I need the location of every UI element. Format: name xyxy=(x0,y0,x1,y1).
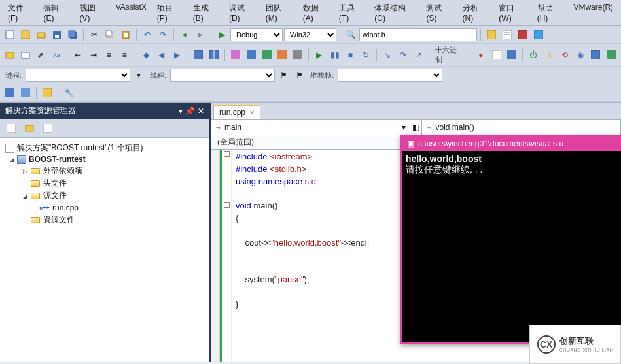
expand-icon[interactable]: ▷ xyxy=(21,167,29,175)
team-explorer-button[interactable] xyxy=(531,27,546,42)
nav-back-button[interactable]: ◄ xyxy=(177,27,192,42)
vmware-fullscreen-button[interactable] xyxy=(588,48,603,62)
refresh-icon[interactable] xyxy=(41,121,55,135)
immediate-button[interactable] xyxy=(505,48,520,62)
new-project-button[interactable] xyxy=(3,27,17,42)
quick-find-input[interactable] xyxy=(359,28,477,41)
resources-node[interactable]: 资源文件 xyxy=(3,214,207,226)
redo-button[interactable]: ↷ xyxy=(156,27,170,42)
vmware-reset-button[interactable]: ⟲ xyxy=(558,48,572,62)
save-all-button[interactable] xyxy=(65,27,80,42)
start-debug-button[interactable]: ▶ xyxy=(215,27,229,42)
menu-data[interactable]: 数据(A) xyxy=(298,1,334,24)
menu-window[interactable]: 窗口(W) xyxy=(493,1,531,24)
object-browser-button[interactable] xyxy=(244,48,258,62)
class-view-button[interactable] xyxy=(228,48,243,62)
build-button[interactable] xyxy=(3,86,17,100)
external-node[interactable]: ▷ 外部依赖项 xyxy=(3,165,207,177)
file-tab-run-cpp[interactable]: run.cpp ✕ xyxy=(213,105,260,119)
paste-button[interactable] xyxy=(118,27,133,42)
headers-node[interactable]: 头文件 xyxy=(3,177,207,190)
server-explorer-button[interactable] xyxy=(291,48,305,62)
step-into-button[interactable]: ↘ xyxy=(380,48,395,62)
show-all-files-icon[interactable] xyxy=(22,121,37,135)
project-node[interactable]: ◢ BOOST-runtest xyxy=(3,154,207,165)
vmware-suspend-button[interactable]: ⏸ xyxy=(542,48,556,62)
thread-flag-button[interactable]: ⚑ xyxy=(276,68,291,82)
increase-indent-button[interactable]: ⇥ xyxy=(86,48,101,62)
menu-vassistx[interactable]: VAssistX xyxy=(111,1,152,24)
open-file-button[interactable] xyxy=(34,27,48,42)
output-button[interactable] xyxy=(489,48,504,62)
properties-button[interactable] xyxy=(500,27,514,42)
vmware-unity-button[interactable] xyxy=(604,48,618,62)
properties-icon[interactable] xyxy=(4,121,18,135)
console-title-bar[interactable]: ▣ c:\users\yincheng01\documents\visual s… xyxy=(402,137,621,151)
vmware-power-button[interactable]: ⏻ xyxy=(526,48,541,62)
va-find-symbol-button[interactable] xyxy=(18,48,33,62)
process-dropdown[interactable] xyxy=(26,69,130,82)
extension-button[interactable] xyxy=(40,86,54,100)
va-open-file-button[interactable] xyxy=(3,48,17,62)
source-file-node[interactable]: c++ run.cpp xyxy=(3,202,207,214)
copy-button[interactable] xyxy=(103,27,117,42)
menu-build[interactable]: 生成(B) xyxy=(188,1,224,24)
fold-toggle[interactable]: − xyxy=(224,151,230,157)
nav-forward-button[interactable]: ► xyxy=(193,27,207,42)
menu-analyze[interactable]: 分析(N) xyxy=(457,1,494,24)
uncomment-button[interactable]: ≡ xyxy=(117,48,132,62)
find-in-files-button[interactable]: 🔍 xyxy=(344,27,358,42)
tools-button[interactable]: 🔧 xyxy=(62,86,76,100)
console-window[interactable]: ▣ c:\users\yincheng01\documents\visual s… xyxy=(400,135,621,344)
menu-project[interactable]: 项目(P) xyxy=(152,1,188,24)
solution-explorer-button[interactable] xyxy=(484,27,499,42)
menu-file[interactable]: 文件(F) xyxy=(3,1,38,24)
resource-view-button[interactable] xyxy=(260,48,274,62)
decrease-indent-button[interactable]: ⇤ xyxy=(71,48,85,62)
sources-node[interactable]: ◢ 源文件 xyxy=(3,190,207,202)
step-out-button[interactable]: ↗ xyxy=(412,48,426,62)
pin-icon[interactable]: 📌 xyxy=(185,107,195,116)
code-text[interactable]: #include <iostream> #include <stdlib.h> … xyxy=(232,150,373,362)
panel-close-icon[interactable]: ✕ xyxy=(198,107,204,116)
process-refresh-button[interactable]: ▾ xyxy=(132,68,146,82)
panel-dropdown-icon[interactable]: ▾ xyxy=(179,107,183,116)
menu-test[interactable]: 测试(S) xyxy=(421,1,457,24)
next-bookmark-button[interactable]: ▶ xyxy=(170,48,185,62)
save-button[interactable] xyxy=(50,27,64,42)
toolbox-button[interactable] xyxy=(516,27,530,42)
debug-start-button[interactable]: ▶ xyxy=(312,48,327,62)
solution-node[interactable]: 解决方案"BOOST-runtest"(1 个项目) xyxy=(3,142,207,154)
split-window-button[interactable] xyxy=(207,48,221,62)
bookmark-button[interactable]: ◆ xyxy=(139,48,153,62)
macros-button[interactable] xyxy=(275,48,289,62)
expand-icon[interactable]: ◢ xyxy=(8,156,16,163)
build-solution-button[interactable] xyxy=(18,86,33,100)
menu-vmware[interactable]: VMware(R) xyxy=(568,1,618,24)
menu-debug[interactable]: 调试(D) xyxy=(224,1,260,24)
vmware-snapshot-button[interactable]: ◉ xyxy=(573,48,588,62)
expand-icon[interactable]: ◢ xyxy=(21,192,29,200)
menu-tools[interactable]: 工具(T) xyxy=(334,1,369,24)
fold-toggle[interactable]: − xyxy=(224,202,230,208)
stackframe-dropdown[interactable] xyxy=(338,69,442,82)
cursor-icon[interactable]: ⬈ xyxy=(34,48,48,62)
config-dropdown[interactable]: Debug xyxy=(230,28,283,41)
breakpoints-button[interactable]: ● xyxy=(474,48,488,62)
comment-button[interactable]: ≡ xyxy=(102,48,116,62)
debug-pause-button[interactable]: ▮▮ xyxy=(328,48,342,62)
debug-restart-button[interactable]: ↻ xyxy=(359,48,373,62)
platform-dropdown[interactable]: Win32 xyxy=(284,28,336,41)
menu-architecture[interactable]: 体系结构(C) xyxy=(369,1,421,24)
debug-stop-button[interactable]: ■ xyxy=(344,48,358,62)
step-over-button[interactable]: ↷ xyxy=(396,48,410,62)
thread-flag2-button[interactable]: ⚑ xyxy=(292,68,306,82)
scope-dropdown-left[interactable]: → main ▾ xyxy=(211,120,410,135)
menu-edit[interactable]: 编辑(E) xyxy=(38,1,74,24)
scope-dropdown-right[interactable]: → void main() xyxy=(422,120,622,135)
solution-tree[interactable]: 解决方案"BOOST-runtest"(1 个项目) ◢ BOOST-runte… xyxy=(0,138,209,362)
menu-team[interactable]: 团队(M) xyxy=(260,1,298,24)
cut-button[interactable]: ✂ xyxy=(87,27,101,42)
nav-sync-button[interactable]: ◧ xyxy=(410,120,422,135)
menu-help[interactable]: 帮助(H) xyxy=(532,1,569,24)
